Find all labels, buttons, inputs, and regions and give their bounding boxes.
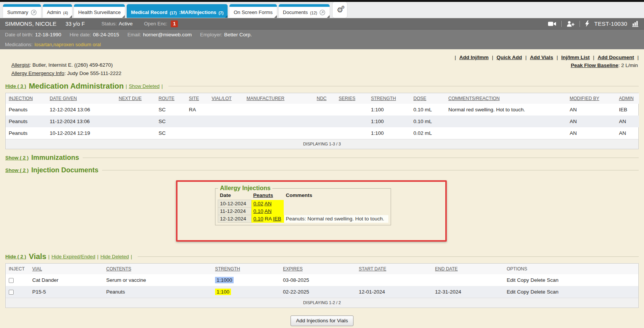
tab-label: Summary (7, 9, 28, 15)
col-route[interactable]: ROUTE (159, 96, 174, 101)
dose-link[interactable]: 0.10 (253, 208, 263, 214)
hide-expired-ended-link[interactable]: Hide Expired/Ended (52, 254, 96, 259)
cell (336, 116, 368, 127)
col-manufacturer[interactable]: MANUFACTURER (247, 96, 284, 101)
popout-arrow-icon[interactable] (31, 9, 37, 16)
col-end-date[interactable]: END DATE (435, 266, 458, 272)
edit-link[interactable]: Edit (507, 277, 515, 283)
col-start-date[interactable]: START DATE (359, 266, 386, 272)
cell: SC (156, 116, 186, 127)
link-inj-imm-list[interactable]: Inj/Imm List (561, 55, 590, 60)
mar-row[interactable]: Peanuts11-12-2024 13:06SC1:1000.10 mLANA… (6, 116, 639, 127)
hide-deleted-link[interactable]: Hide Deleted (101, 254, 129, 259)
video-camera-icon[interactable] (548, 21, 556, 27)
col-ndc[interactable]: NDC (317, 96, 327, 101)
tab-summary[interactable]: Summary (3, 4, 41, 18)
vials-paging-status: DISPLAYING 1-2 / 2 (6, 298, 638, 308)
lightning-bolt-icon[interactable] (585, 20, 589, 27)
copy-link[interactable]: Copy (517, 277, 529, 283)
injection-documents-show-toggle[interactable]: Show ( 2 ) (5, 167, 28, 173)
scan-link[interactable]: Scan (547, 289, 559, 295)
allergist-line: Allergist: Butler, Internist E. ((260) 4… (11, 61, 121, 69)
col-injection[interactable]: INJECTION (9, 96, 33, 101)
col-comments: Comments (284, 192, 388, 200)
link-add-document[interactable]: Add Document (598, 55, 634, 60)
tab-admin[interactable]: Admin (4) (43, 4, 72, 18)
flowsheet-chart-icon[interactable] (632, 20, 639, 27)
injection-comment (284, 208, 388, 215)
mar-hide-toggle[interactable]: Hide ( 3 ) (5, 83, 26, 89)
col-options: OPTIONS (507, 266, 527, 272)
col-admin[interactable]: ADMIN (619, 96, 634, 101)
tab-health-surveillance[interactable]: Health Surveillance (74, 4, 125, 18)
col-modified-by[interactable]: MODIFIED BY (570, 96, 599, 101)
cell: 12-12-2024 13:06 (47, 104, 116, 116)
delete-link[interactable]: Delete (531, 289, 545, 295)
vials-hide-toggle[interactable]: Hide ( 2 ) (5, 254, 26, 259)
popout-arrow-icon[interactable] (319, 9, 325, 16)
patient-age-sex: 33 y/o F (66, 21, 85, 27)
col-peanuts-link[interactable]: Peanuts (253, 192, 273, 198)
admin-initials-link[interactable]: AN (264, 201, 272, 206)
delete-link[interactable]: Delete (531, 277, 545, 283)
admin-initials-link[interactable]: AN (264, 208, 272, 214)
divider (580, 21, 580, 27)
sep: | (455, 55, 456, 60)
link-add-inj-imm[interactable]: Add Inj/Imm (459, 55, 488, 60)
medication-link[interactable]: naproxen sodium oral (53, 42, 101, 47)
col-comments[interactable]: COMMENTS/REACTION (448, 96, 499, 101)
allergy-emergency-label[interactable]: Allergy Emergency Info (11, 70, 64, 76)
tab-on-screen-forms[interactable]: On Screen Forms (229, 4, 277, 18)
patient-demographics-row: Date of birth: 12-18-1990 Hire date: 08-… (0, 30, 644, 39)
col-vial[interactable]: VIAL (32, 266, 42, 272)
link-add-vials[interactable]: Add Vials (530, 55, 553, 60)
sep: | (131, 254, 132, 259)
tab-documents[interactable]: Documents (12) (279, 4, 330, 18)
main-content: | Add Inj/Imm | Quick Add | Add Vials | … (0, 49, 644, 328)
col-dose[interactable]: DOSE (413, 96, 426, 101)
allergy-injection-row: 10-12-2024 0.02 AN (218, 200, 388, 208)
tab-medical-record[interactable]: Medical Record (17) :MAR/Injections (7) (127, 4, 228, 18)
col-next-due[interactable]: NEXT DUE (119, 96, 141, 101)
open-enc-badge[interactable]: 1 (171, 20, 178, 27)
employer-value: Better Corp. (224, 32, 252, 37)
add-person-icon[interactable] (567, 21, 575, 27)
tab-count: (12) (310, 11, 317, 15)
dose-link[interactable]: 0.02 (253, 201, 263, 206)
cell: SC (156, 127, 186, 139)
inject-checkbox[interactable] (9, 278, 14, 283)
email-label: Email: (127, 32, 141, 37)
col-expires[interactable]: EXPIRES (283, 266, 303, 272)
cell (336, 127, 368, 139)
vial-start-date (356, 274, 432, 286)
email-value: horner@mieweb.com (143, 32, 192, 37)
col-vial-lot[interactable]: VIAL/LOT (212, 96, 232, 101)
settings-gear-icon[interactable]: ⚙ ⚙ (333, 2, 347, 18)
vial-expires: 03-08-2025 (280, 274, 356, 286)
tab-count: (4) (63, 11, 68, 15)
admin-initials-link[interactable]: IEB (273, 216, 281, 222)
col-strength[interactable]: STRENGTH (371, 96, 396, 101)
col-contents[interactable]: CONTENTS (106, 266, 131, 272)
immunizations-show-toggle[interactable]: Show ( 2 ) (5, 155, 28, 161)
col-series[interactable]: SERIES (339, 96, 355, 101)
col-strength[interactable]: STRENGTH (215, 266, 240, 272)
open-enc-label: Open Enc: (144, 21, 167, 27)
copy-link[interactable]: Copy (517, 289, 529, 295)
add-injections-for-vials-button[interactable]: Add Injections for Vials (291, 316, 353, 326)
injection-date: 11-12-2024 (218, 208, 251, 215)
dose-link[interactable]: 0.10 (253, 216, 263, 222)
edit-link[interactable]: Edit (507, 289, 515, 295)
mar-row[interactable]: Peanuts12-12-2024 13:06SCRA1:1000.10 mLN… (6, 104, 639, 116)
medication-link[interactable]: losartan (35, 42, 52, 47)
allergist-label[interactable]: Allergist (11, 62, 30, 68)
col-date-given[interactable]: DATE GIVEN (50, 96, 77, 101)
tab-sublabel: :MAR/Injections (179, 9, 216, 15)
inject-checkbox[interactable] (9, 290, 14, 295)
link-quick-add[interactable]: Quick Add (496, 55, 522, 60)
scan-link[interactable]: Scan (547, 277, 559, 283)
col-site[interactable]: SITE (189, 96, 199, 101)
peak-flow-link[interactable]: Peak Flow Baseline (571, 62, 618, 68)
mar-row[interactable]: Peanuts10-12-2024 12:19SC1:1000.02 mLANA… (6, 127, 639, 139)
mar-show-deleted-link[interactable]: Show Deleted (129, 83, 160, 89)
